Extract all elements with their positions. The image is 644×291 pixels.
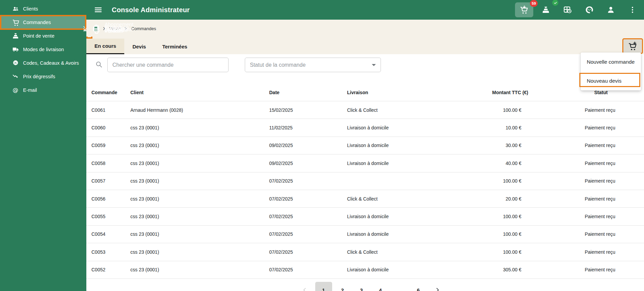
sidebar-item-label: Point de vente: [23, 33, 55, 39]
sidebar-item-clients[interactable]: Clients: [0, 2, 86, 16]
cell-commande: C0058: [86, 161, 125, 166]
cell-statut: Paiement reçu: [532, 143, 644, 148]
new-order-menu: Nouvelle commandeNouveau devis: [581, 53, 641, 90]
sidebar-item-point-de-vente[interactable]: Point de vente: [0, 29, 86, 43]
tab-devis[interactable]: Devis: [124, 39, 154, 54]
cell-date: 07/02/2025: [264, 196, 342, 202]
cell-montant-ttc: 305.00 €: [454, 267, 532, 272]
pagination-prev-button[interactable]: [296, 282, 313, 291]
cell-date: 07/02/2025: [264, 231, 342, 237]
cell-statut: Paiement reçu: [532, 178, 644, 184]
cell-statut: Paiement reçu: [532, 107, 644, 113]
register-check-icon: [542, 6, 550, 14]
cell-date: 07/02/2025: [264, 214, 342, 219]
status-dropdown-label: Statut de la commande: [250, 62, 306, 68]
cell-client: css 23 (0001): [125, 267, 264, 272]
cell-statut: Paiement reçu: [532, 161, 644, 166]
table-row[interactable]: C0057css 23 (0001)07/02/2025100.00 €Paie…: [86, 172, 644, 190]
sidebar-item-label: Prix dégressifs: [23, 74, 55, 79]
cell-livraison: Livraison à domicile: [342, 161, 454, 166]
sidebar-item-prix-degressifs[interactable]: Prix dégressifs: [0, 70, 86, 83]
sidebar-item-label: Codes, Cadeaux & Avoirs: [23, 60, 79, 66]
cell-montant-ttc: 100.00 €: [454, 107, 532, 113]
cell-montant-ttc: 100.00 €: [454, 178, 532, 184]
cell-date: 09/02/2025: [264, 161, 342, 166]
pagination-page-3[interactable]: 3: [353, 282, 370, 291]
topbar-icons: 59: [513, 0, 643, 20]
chevron-right-icon: [435, 287, 440, 291]
table-row[interactable]: C0061Arnaud Herrmann (0028)15/02/2025Cli…: [86, 101, 644, 119]
support-face-icon-button[interactable]: [578, 0, 600, 20]
cell-client: css 23 (0001): [125, 231, 264, 237]
cell-date: 07/02/2025: [264, 267, 342, 272]
search-icon: [95, 61, 103, 68]
column-header-montant-ttc: Montant TTC (€): [454, 90, 532, 95]
table-row[interactable]: C0054css 23 (0001)07/02/2025Livraison à …: [86, 226, 644, 243]
column-header-client: Client: [125, 90, 264, 95]
column-header-commande: Commande: [86, 90, 125, 95]
person-icon-button[interactable]: [600, 0, 622, 20]
sidebar-item-label: Modes de livraison: [23, 47, 64, 52]
sidebar-item-e-mail[interactable]: @E-mail: [0, 83, 86, 97]
pagination-next-button[interactable]: [429, 282, 446, 291]
cell-commande: C0052: [86, 267, 125, 272]
truck-icon: [12, 46, 19, 53]
pagination-page-4[interactable]: 4: [372, 282, 389, 291]
at-icon: @: [12, 87, 19, 93]
cell-livraison: Click & Collect: [342, 196, 454, 202]
register-check-icon-button[interactable]: [535, 0, 557, 20]
sidebar-item-commandes[interactable]: Commandes: [0, 16, 86, 29]
svg-text:@: @: [13, 87, 18, 93]
menu-item-nouveau-devis[interactable]: Nouveau devis: [581, 71, 641, 90]
cart-receive-icon-button[interactable]: 59: [513, 0, 535, 20]
cell-statut: Paiement reçu: [532, 267, 644, 272]
cell-commande: C0061: [86, 107, 125, 113]
tab-terminees[interactable]: Terminées: [154, 39, 195, 54]
cell-statut: Paiement reçu: [532, 196, 644, 202]
pagination-page-1[interactable]: 1: [315, 282, 332, 291]
table-row[interactable]: C0056css 23 (0001)07/02/2025Click & Coll…: [86, 190, 644, 208]
cell-client: css 23 (0001): [125, 161, 264, 166]
more-vert-icon-button[interactable]: [622, 0, 643, 20]
cell-statut: Paiement reçu: [532, 214, 644, 219]
orders-panel: Statut de la commande CommandeClientDate…: [86, 54, 644, 291]
pagination-page-2[interactable]: 2: [334, 282, 351, 291]
status-dropdown[interactable]: Statut de la commande: [245, 58, 381, 72]
register-icon: [12, 33, 19, 39]
cell-montant-ttc: 100.00 €: [454, 249, 532, 255]
cell-date: 07/02/2025: [264, 249, 342, 255]
column-header-date: Date: [264, 90, 342, 95]
cell-livraison: Click & Collect: [342, 249, 454, 255]
tab-en-cours[interactable]: En cours: [86, 39, 124, 54]
sidebar-item-modes-de-livraison[interactable]: Modes de livraison: [0, 43, 86, 56]
table-row[interactable]: C0053css 23 (0001)07/02/2025Click & Coll…: [86, 243, 644, 261]
table-row[interactable]: C0055css 23 (0001)07/02/2025Livraison à …: [86, 208, 644, 225]
cell-statut: Paiement reçu: [532, 249, 644, 255]
pagination-page-6[interactable]: 6: [410, 282, 427, 291]
cell-statut: Paiement reçu: [532, 125, 644, 130]
board-clock-icon: [563, 5, 572, 14]
cell-client: css 23 (0001): [125, 143, 264, 148]
table-row[interactable]: C0052css 23 (0001)07/02/2025Livraison à …: [86, 261, 644, 279]
breadcrumb-link-commandes[interactable]: Commandes: [131, 26, 156, 31]
menu-icon[interactable]: [94, 6, 102, 14]
sidebar-item-label: E-mail: [23, 87, 37, 93]
table-row[interactable]: C0060css 23 (0001)11/02/2025Livraison à …: [86, 119, 644, 137]
table-row[interactable]: C0059css 23 (0001)09/02/2025Livraison à …: [86, 137, 644, 154]
sidebar-item-codes-cadeaux-avoirs[interactable]: Codes, Cadeaux & Avoirs: [0, 56, 86, 70]
person-icon: [606, 5, 615, 14]
search-input[interactable]: [107, 58, 229, 72]
cell-client: css 23 (0001): [125, 249, 264, 255]
cell-client: css 23 (0001): [125, 178, 264, 184]
menu-item-nouvelle-commande[interactable]: Nouvelle commande: [581, 53, 641, 71]
cell-commande: C0055: [86, 214, 125, 219]
new-order-button[interactable]: [622, 38, 643, 54]
cell-client: Arnaud Herrmann (0028): [125, 107, 264, 113]
support-face-icon: [585, 5, 594, 14]
page-title: Console Administrateur: [112, 0, 190, 20]
cell-commande: C0054: [86, 231, 125, 237]
cell-date: 07/02/2025: [264, 178, 342, 184]
board-clock-icon-button[interactable]: [557, 0, 578, 20]
sidebar-item-comptabilite[interactable]: Comptabilité: [86, 22, 92, 37]
table-row[interactable]: C0058css 23 (0001)09/02/2025Livraison à …: [86, 154, 644, 172]
